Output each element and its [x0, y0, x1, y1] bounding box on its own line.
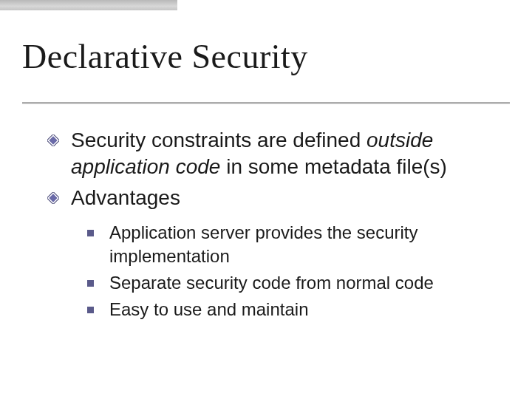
sub-bullet-separate-code: Separate security code from normal code [87, 271, 505, 295]
advantages-sublist: Application server provides the security… [87, 221, 505, 321]
sub-bullet-easy: Easy to use and maintain [87, 298, 505, 321]
sub-bullet-app-server: Application server provides the security… [87, 221, 505, 267]
bullet-text-pre: Security constraints are defined [71, 129, 366, 151]
slide-body: Security constraints are defined outside… [47, 127, 505, 324]
diamond-bullet-icon [47, 134, 59, 146]
bullet-constraints: Security constraints are defined outside… [47, 127, 505, 180]
square-bullet-icon [87, 280, 94, 287]
bullet-text: Advantages [71, 186, 180, 209]
slide: Declarative Security Security constraint… [0, 0, 532, 399]
sub-bullet-text: Separate security code from normal code [109, 273, 434, 293]
bullet-advantages: Advantages [47, 185, 505, 211]
square-bullet-icon [87, 307, 94, 313]
title-underline [22, 102, 510, 104]
slide-title: Declarative Security [22, 37, 308, 76]
top-accent-bar [0, 0, 177, 10]
sub-bullet-text: Easy to use and maintain [109, 299, 309, 319]
square-bullet-icon [87, 230, 94, 236]
sub-bullet-text: Application server provides the security… [109, 222, 418, 266]
diamond-bullet-icon [47, 192, 59, 204]
bullet-text-post: in some metadata file(s) [220, 155, 447, 178]
